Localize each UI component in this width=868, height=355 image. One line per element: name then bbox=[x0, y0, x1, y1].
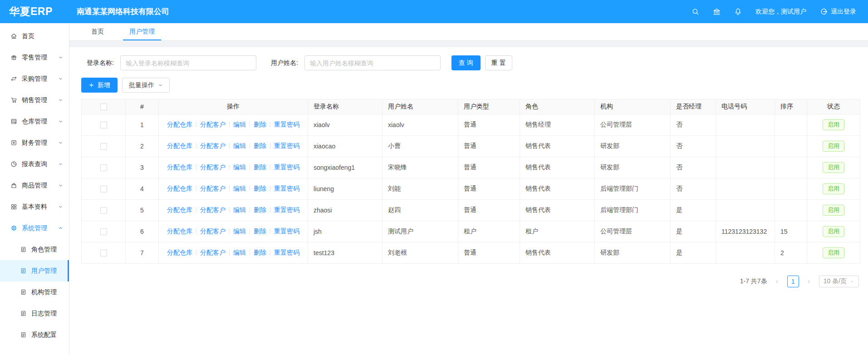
sidebar-item-basic[interactable]: 基本资料 bbox=[0, 196, 69, 217]
reset-password-link[interactable]: 重置密码 bbox=[274, 249, 299, 256]
sidebar-item-sales[interactable]: 销售管理 bbox=[0, 89, 69, 111]
action-divider bbox=[196, 207, 196, 212]
sidebar-item-user[interactable]: 用户管理 bbox=[0, 260, 69, 281]
login-name-input[interactable] bbox=[120, 55, 256, 70]
role-cell: 销售代表 bbox=[520, 200, 595, 221]
login-name-cell: jsh bbox=[308, 221, 383, 242]
edit-link[interactable]: 编辑 bbox=[233, 121, 246, 128]
assign-warehouse-link[interactable]: 分配仓库 bbox=[167, 163, 192, 171]
table-row: 1分配仓库分配客户编辑删除重置密码xiaolvxiaolv普通销售经理公司管理层… bbox=[82, 114, 860, 136]
assign-customer-link[interactable]: 分配客户 bbox=[200, 249, 226, 256]
reset-button[interactable]: 重 置 bbox=[485, 55, 512, 70]
table-row: 7分配仓库分配客户编辑删除重置密码test123刘老根普通销售代表研发部是2启用 bbox=[82, 242, 860, 264]
assign-warehouse-link[interactable]: 分配仓库 bbox=[167, 249, 192, 256]
user-table-body: 1分配仓库分配客户编辑删除重置密码xiaolvxiaolv普通销售经理公司管理层… bbox=[82, 114, 860, 264]
org-cell: 研发部 bbox=[595, 157, 671, 178]
row-checkbox[interactable] bbox=[100, 164, 107, 171]
sidebar-item-org[interactable]: 机构管理 bbox=[0, 281, 69, 303]
edit-link[interactable]: 编辑 bbox=[233, 185, 246, 192]
row-checkbox[interactable] bbox=[100, 207, 107, 214]
sidebar-item-warehouse[interactable]: 仓库管理 bbox=[0, 111, 69, 132]
edit-link[interactable]: 编辑 bbox=[233, 142, 246, 149]
edit-link[interactable]: 编辑 bbox=[233, 163, 246, 171]
row-checkbox[interactable] bbox=[100, 228, 107, 235]
sidebar-item-config[interactable]: 系统配置 bbox=[0, 324, 69, 345]
sidebar-item-home[interactable]: 首页 bbox=[0, 25, 69, 47]
reset-password-link[interactable]: 重置密码 bbox=[274, 227, 299, 235]
user-table: #操作登录名称用户姓名用户类型角色机构是否经理电话号码排序状态 1分配仓库分配客… bbox=[81, 99, 860, 264]
edit-link[interactable]: 编辑 bbox=[233, 227, 246, 235]
row-checkbox[interactable] bbox=[100, 122, 107, 128]
edit-link[interactable]: 编辑 bbox=[233, 249, 246, 256]
bag-icon bbox=[10, 182, 17, 189]
assign-customer-link[interactable]: 分配客户 bbox=[200, 163, 226, 171]
next-page-button[interactable] bbox=[804, 276, 814, 287]
batch-operations-button[interactable]: 批量操作 bbox=[122, 78, 170, 93]
assign-customer-link[interactable]: 分配客户 bbox=[200, 227, 226, 235]
sidebar-item-goods[interactable]: 商品管理 bbox=[0, 175, 69, 196]
bank-icon[interactable] bbox=[713, 8, 721, 15]
search-icon[interactable] bbox=[691, 8, 699, 15]
sidebar-item-retail[interactable]: 零售管理 bbox=[0, 47, 69, 68]
assign-warehouse-link[interactable]: 分配仓库 bbox=[167, 227, 192, 235]
action-divider bbox=[229, 250, 230, 255]
assign-warehouse-link[interactable]: 分配仓库 bbox=[167, 121, 192, 128]
row-checkbox[interactable] bbox=[100, 250, 107, 256]
column-header: 是否经理 bbox=[671, 99, 716, 114]
delete-link[interactable]: 删除 bbox=[254, 163, 266, 171]
table-toolbar: 新增 批量操作 bbox=[69, 70, 868, 93]
row-checkbox[interactable] bbox=[100, 143, 107, 150]
action-divider bbox=[250, 207, 250, 212]
is-manager-cell: 否 bbox=[671, 114, 716, 136]
delete-link[interactable]: 删除 bbox=[254, 227, 266, 235]
status-badge: 启用 bbox=[823, 247, 844, 259]
tab-home[interactable]: 首页 bbox=[88, 23, 107, 40]
sort-cell bbox=[775, 157, 807, 178]
user-name-label: 用户姓名: bbox=[271, 59, 298, 67]
reset-password-link[interactable]: 重置密码 bbox=[274, 185, 299, 192]
tab-user-management[interactable]: 用户管理 bbox=[127, 23, 157, 40]
assign-warehouse-link[interactable]: 分配仓库 bbox=[167, 206, 192, 213]
reset-password-link[interactable]: 重置密码 bbox=[274, 206, 299, 213]
reset-password-link[interactable]: 重置密码 bbox=[274, 121, 299, 128]
login-name-label: 登录名称: bbox=[87, 59, 114, 67]
delete-link[interactable]: 删除 bbox=[254, 249, 266, 256]
select-all-checkbox[interactable] bbox=[100, 104, 107, 110]
sidebar-item-role[interactable]: 角色管理 bbox=[0, 239, 69, 260]
assign-customer-link[interactable]: 分配客户 bbox=[200, 142, 226, 149]
sidebar-item-report[interactable]: 报表查询 bbox=[0, 153, 69, 175]
prev-page-button[interactable] bbox=[772, 276, 783, 287]
sidebar-item-finance[interactable]: 财务管理 bbox=[0, 132, 69, 153]
delete-link[interactable]: 删除 bbox=[254, 185, 266, 192]
add-button[interactable]: 新增 bbox=[81, 78, 118, 93]
sidebar-item-system[interactable]: 系统管理 bbox=[0, 217, 69, 239]
user-name-input[interactable] bbox=[304, 55, 441, 70]
reset-password-link[interactable]: 重置密码 bbox=[274, 163, 299, 171]
sidebar-item-log[interactable]: 日志管理 bbox=[0, 303, 69, 324]
sidebar-item-label: 报表查询 bbox=[22, 160, 47, 168]
edit-link[interactable]: 编辑 bbox=[233, 206, 246, 213]
status-badge: 启用 bbox=[823, 119, 844, 131]
delete-link[interactable]: 删除 bbox=[254, 142, 266, 149]
user-name-cell: 刘老根 bbox=[383, 242, 458, 264]
row-actions-cell: 分配仓库分配客户编辑删除重置密码 bbox=[159, 178, 308, 200]
search-button[interactable]: 查 询 bbox=[451, 55, 481, 70]
page-size-select[interactable]: 10 条/页 bbox=[819, 276, 859, 287]
action-divider bbox=[196, 122, 196, 127]
reset-password-link[interactable]: 重置密码 bbox=[274, 142, 299, 149]
assign-warehouse-link[interactable]: 分配仓库 bbox=[167, 185, 192, 192]
delete-link[interactable]: 删除 bbox=[254, 121, 266, 128]
row-checkbox[interactable] bbox=[100, 186, 107, 192]
delete-link[interactable]: 删除 bbox=[254, 206, 266, 213]
bell-icon[interactable] bbox=[734, 8, 742, 15]
assign-customer-link[interactable]: 分配客户 bbox=[200, 121, 226, 128]
sidebar-item-purchase[interactable]: 采购管理 bbox=[0, 68, 69, 89]
assign-customer-link[interactable]: 分配客户 bbox=[200, 206, 226, 213]
row-index-cell: 4 bbox=[126, 178, 159, 200]
assign-warehouse-link[interactable]: 分配仓库 bbox=[167, 142, 192, 149]
assign-customer-link[interactable]: 分配客户 bbox=[200, 185, 226, 192]
page-number-button[interactable]: 1 bbox=[787, 276, 799, 287]
action-divider bbox=[270, 143, 270, 148]
table-row: 4分配仓库分配客户编辑删除重置密码liuneng刘能普通销售代表后端管理部门否启… bbox=[82, 178, 860, 200]
logout-button[interactable]: 退出登录 bbox=[820, 8, 856, 16]
